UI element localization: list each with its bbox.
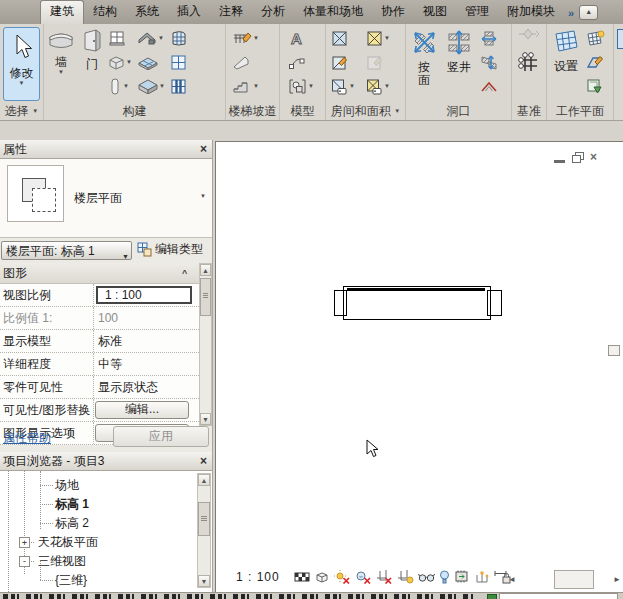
reveal-hidden-icon[interactable]	[439, 570, 450, 584]
panel-label-datum[interactable]: 基准	[512, 104, 546, 120]
sun-path-off-icon[interactable]	[334, 570, 351, 584]
scroll-down-icon[interactable]: ▼	[200, 413, 211, 425]
status-filter-box[interactable]	[499, 593, 618, 599]
browser-scroll-down-icon[interactable]: ▼	[198, 575, 210, 587]
component-button[interactable]: ▼	[108, 52, 132, 72]
section-collapse-icon[interactable]: ^	[182, 268, 187, 278]
tab-collaborate[interactable]: 协作	[372, 0, 414, 24]
apply-button[interactable]: 应用	[113, 426, 209, 447]
browser-scrollbar[interactable]: ▲ ▼	[197, 473, 211, 588]
tree-item-3d[interactable]: {三维}	[55, 572, 87, 588]
room-separator-button[interactable]	[331, 52, 355, 72]
properties-close-icon[interactable]: ×	[200, 140, 207, 158]
display-model-value[interactable]: 标准	[94, 333, 199, 350]
ceiling-button[interactable]	[138, 52, 165, 72]
shaft-button[interactable]: 竖井	[442, 26, 476, 74]
detail-level-icon[interactable]	[314, 571, 330, 584]
dormer-button[interactable]	[480, 76, 498, 96]
model-text-button[interactable]: A	[288, 28, 314, 48]
properties-scrollbar[interactable]: ▲ ▼	[199, 263, 212, 426]
view-scale-button[interactable]: 1 : 100	[236, 570, 280, 584]
modify-button[interactable]: 修改 ▼	[3, 27, 40, 101]
roof-button[interactable]: ▼	[138, 28, 165, 48]
temporary-hide-isolate-icon[interactable]	[418, 572, 435, 583]
tab-analyze[interactable]: 分析	[252, 0, 294, 24]
detail-level-value[interactable]: 中等	[94, 356, 199, 373]
drawing-area[interactable]: × 1 : 100	[215, 141, 623, 592]
stair-button[interactable]: ▼	[232, 76, 259, 96]
mullion-button[interactable]	[170, 76, 188, 96]
grid-button[interactable]	[517, 51, 541, 78]
tab-structure[interactable]: 结构	[84, 0, 126, 24]
panel-label-build[interactable]: 构建	[44, 104, 225, 120]
opening-by-face-button[interactable]: 按面	[408, 26, 440, 87]
wall-outline[interactable]	[343, 286, 491, 320]
tree-item-level1[interactable]: 标高 1	[55, 496, 89, 512]
floor-button[interactable]: ▼	[138, 76, 165, 96]
ref-plane-button[interactable]	[586, 52, 605, 72]
expand-plus-icon[interactable]: +	[19, 537, 30, 548]
analytical-model-icon[interactable]	[474, 570, 490, 584]
section-graphics[interactable]: 图形 ^	[0, 263, 199, 284]
properties-scrollbar-thumb[interactable]	[200, 278, 211, 316]
tab-annotate[interactable]: 注释	[210, 0, 252, 24]
browser-title-bar[interactable]: 项目浏览器 - 项目3 ×	[0, 452, 212, 471]
panel-label-workplane[interactable]: 工作平面	[547, 104, 613, 120]
ramp-button[interactable]	[232, 52, 259, 72]
room-button[interactable]	[331, 28, 355, 48]
browser-scroll-up-icon[interactable]: ▲	[198, 474, 210, 486]
tree-item-site[interactable]: 场地	[55, 477, 79, 493]
editable-only-icon[interactable]	[487, 594, 497, 599]
show-crop-region-icon[interactable]	[397, 570, 414, 584]
vg-overrides-edit-button[interactable]: 编辑...	[95, 401, 189, 419]
scroll-left-icon[interactable]: ◄	[508, 575, 516, 584]
tag-area-button[interactable]: ▼	[366, 76, 390, 96]
collapse-minus-icon[interactable]: -	[19, 556, 30, 567]
ribbon-collapse-button[interactable]: ▲	[579, 5, 598, 20]
panel-label-opening[interactable]: 洞口	[406, 104, 511, 120]
tree-item-ceiling-plans[interactable]: 天花板平面	[38, 534, 98, 550]
browser-close-icon[interactable]: ×	[200, 452, 207, 470]
railing-button[interactable]: ▼	[232, 28, 259, 48]
view-scale-input[interactable]: 1 : 100	[96, 286, 192, 304]
parts-visibility-value[interactable]: 显示原状态	[94, 379, 199, 396]
temporary-view-properties-icon[interactable]	[454, 570, 470, 584]
tag-room-button[interactable]: ▼	[331, 76, 355, 96]
show-workplane-button[interactable]	[586, 28, 605, 48]
panel-label-select[interactable]: 选择 ▼	[0, 104, 43, 120]
properties-title-bar[interactable]: 属性 ×	[0, 140, 212, 159]
tab-insert[interactable]: 插入	[168, 0, 210, 24]
scroll-up-icon[interactable]: ▲	[200, 264, 211, 276]
panel-label-room-area[interactable]: 房间和面积 ▼	[326, 104, 405, 120]
type-combo-dropdown-icon[interactable]: ▼	[122, 248, 129, 260]
wall-button[interactable]: 墙 ▼	[46, 26, 76, 75]
crop-view-off-icon[interactable]	[376, 570, 393, 584]
tab-systems[interactable]: 系统	[126, 0, 168, 24]
tab-massing-site[interactable]: 体量和场地	[294, 0, 372, 24]
edit-type-button[interactable]: 编辑类型	[137, 241, 203, 258]
shadows-off-icon[interactable]	[355, 570, 372, 584]
tree-item-level2[interactable]: 标高 2	[55, 515, 89, 531]
curtain-system-button[interactable]	[170, 28, 188, 48]
type-selector-dropdown-icon[interactable]: ▼	[200, 193, 206, 199]
tab-overflow-icon[interactable]: »	[568, 7, 574, 19]
column-button[interactable]: ▼	[108, 76, 132, 96]
door-button[interactable]: 门	[78, 26, 106, 71]
tree-item-3d-views[interactable]: 三维视图	[38, 553, 86, 569]
properties-help-link[interactable]: 属性帮助	[3, 430, 51, 447]
scroll-right-icon[interactable]: ►	[613, 575, 621, 584]
minimize-icon[interactable]	[554, 152, 565, 163]
vertical-opening-button[interactable]	[480, 52, 498, 72]
wall-core-line[interactable]	[347, 288, 485, 291]
viewer-button[interactable]	[586, 76, 605, 96]
type-combo[interactable]: 楼层平面: 标高 1 ▼	[1, 241, 132, 260]
model-group-button[interactable]: ▼	[288, 76, 314, 96]
browser-scrollbar-thumb[interactable]	[198, 502, 210, 536]
model-line-button[interactable]	[288, 52, 314, 72]
window-button[interactable]	[108, 28, 132, 48]
area-button[interactable]: ▼	[366, 28, 390, 48]
tab-view[interactable]: 视图	[414, 0, 456, 24]
tab-architecture[interactable]: 建筑	[40, 0, 84, 24]
restore-icon[interactable]	[572, 152, 583, 162]
scale-icon[interactable]	[294, 571, 310, 583]
